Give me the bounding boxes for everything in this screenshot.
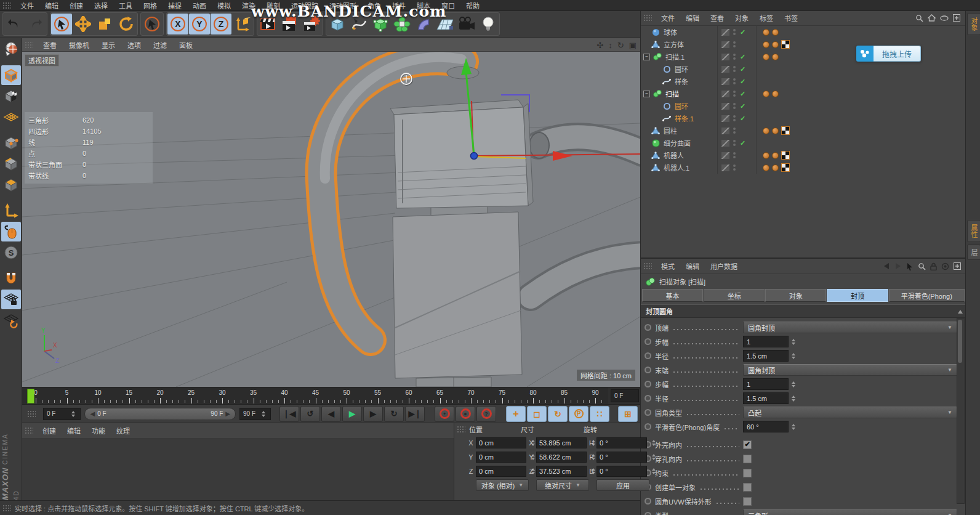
layout-tab-属性[interactable]: 属性 [967,220,980,242]
rotate-button[interactable] [116,14,137,34]
coord-mode-dropdown[interactable]: 绝对尺寸▼ [536,479,589,491]
menu-object-manager-编辑[interactable]: 编辑 [680,12,705,24]
number-stepper[interactable] [790,392,797,404]
enabled-check[interactable]: ✓ [740,102,749,110]
undo-button[interactable] [4,14,25,34]
anim-dot-icon[interactable] [645,395,651,402]
object-row-样条.1[interactable]: 样条.1✓ [641,112,965,124]
visibility-dots[interactable] [732,29,737,35]
points-mode-button[interactable] [1,133,21,153]
viewport-menu-grip[interactable] [25,41,33,49]
attr-dropdown-类型[interactable]: 三角形▼ [743,509,957,515]
search-icon[interactable] [915,14,923,22]
attr-dropdown-顶端[interactable]: 圆角封顶▼ [743,322,957,333]
phong-tag-icon[interactable] [772,164,779,171]
preview-range-slider[interactable]: ◀ 0 F 90 F ▶ [84,408,236,420]
attr-checkbox-约束[interactable] [743,469,752,477]
menu-object-manager-文件[interactable]: 文件 [656,12,680,24]
coordinate-system-button[interactable] [232,14,253,34]
redo-button[interactable] [25,14,46,34]
coord-field-Y0[interactable]: 0 cm [476,452,526,463]
layer-toggle[interactable] [721,41,729,48]
scale-key-button[interactable]: ◻ [527,406,547,422]
menu-viewport-查看[interactable]: 查看 [37,39,63,51]
3d-scene[interactable]: Y Z X [22,52,640,387]
layout-tab-对象[interactable]: 对象 [967,13,980,35]
last-selection-button[interactable] [142,14,163,34]
menu-material-manager-编辑[interactable]: 编辑 [62,424,86,437]
number-stepper[interactable] [790,350,797,362]
live-selection-button[interactable] [51,14,72,34]
coord-field-B2[interactable]: 0 ° [596,466,647,477]
phong-tag-icon[interactable] [763,41,769,48]
viewport-solo-button[interactable] [1,222,21,241]
enabled-check[interactable]: ✓ [740,139,749,147]
menu-attribute-manager-模式[interactable]: 模式 [656,260,680,272]
attr-checkbox-圆角UVW保持外形[interactable] [743,497,752,506]
baidu-upload-overlay[interactable]: 拖拽上传 [856,46,921,62]
layout-tab-层[interactable]: 层 [967,245,980,260]
layer-toggle[interactable] [721,103,729,110]
layer-toggle[interactable] [721,164,729,171]
pick-icon[interactable] [906,262,914,270]
menubar-grip[interactable] [2,2,11,9]
range-start-handle[interactable]: ◀ [90,410,95,417]
lock-y-button[interactable]: Y [189,14,210,34]
menu-viewport-过滤[interactable]: 过滤 [147,39,173,51]
maximize-view-icon[interactable]: ▣ [629,41,637,50]
phong-tag-icon[interactable] [772,128,779,134]
enabled-check[interactable]: ✓ [740,28,749,36]
texture-tag-icon[interactable] [781,151,790,160]
attr-input-半径[interactable]: 1.5 cm [743,350,789,362]
autokeying-button[interactable]: ● [456,406,475,422]
texture-tag-icon[interactable] [781,163,790,172]
coord-field-X0[interactable]: 0 cm [476,437,526,448]
back-icon[interactable] [883,262,890,270]
scale-button[interactable] [94,14,115,34]
move-button[interactable] [73,14,94,34]
viewport-name-label[interactable]: 透视视图 [25,54,59,67]
phong-tag-icon[interactable] [772,152,779,159]
visibility-dots[interactable] [732,54,737,60]
coord-field-H2[interactable]: 0 ° [596,437,647,448]
texture-tag-icon[interactable] [781,40,790,49]
model-mode-button[interactable] [1,65,21,85]
texture-tag-icon[interactable] [781,126,790,135]
object-manager-grip[interactable] [643,14,652,22]
timeline-frame-field[interactable]: 0 F [611,389,639,402]
layer-toggle[interactable] [721,78,729,85]
layer-toggle[interactable] [721,29,729,36]
menu-main-模拟[interactable]: 模拟 [212,0,236,12]
scroll-up-arrow[interactable] [958,310,963,314]
transport-grip[interactable] [27,410,36,418]
timeline-ruler[interactable]: 051015202530354045505560657075808590 [22,387,608,404]
visibility-dots[interactable] [732,164,737,171]
menu-viewport-面板[interactable]: 面板 [173,39,199,51]
anim-dot-icon[interactable] [645,423,651,430]
home-icon[interactable] [928,14,936,22]
end-frame-stepper[interactable] [260,408,267,420]
menu-material-manager-纹理[interactable]: 纹理 [111,424,135,437]
menu-main-创建[interactable]: 创建 [64,0,89,12]
coordinates-grip[interactable] [457,426,465,433]
layer-toggle[interactable] [721,128,729,134]
attr-input-半径[interactable]: 1.5 cm [743,392,789,404]
menu-main-捕捉[interactable]: 捕捉 [163,0,187,12]
tab-对象[interactable]: 对象 [765,289,826,302]
object-row-机器人.1[interactable]: 机器人.1 [641,161,965,174]
attr-dropdown-圆角类型[interactable]: 凸起▼ [743,407,957,418]
phong-tag-icon[interactable] [772,41,779,48]
tab-平滑着色(Phong)[interactable]: 平滑着色(Phong) [889,289,965,302]
frame-stepper[interactable] [70,408,77,420]
snap-settings-button[interactable]: S [1,243,21,262]
point-level-animation-button[interactable]: ∷ [590,406,609,422]
goto-end-button[interactable]: ▶❘ [405,406,425,422]
enable-snap-button[interactable] [1,269,21,288]
coord-field-P2[interactable]: 0 ° [596,452,647,463]
current-frame-field[interactable]: 0 F [43,408,81,420]
attr-input-步幅[interactable]: 1 [743,336,789,347]
keyframe-presets-button[interactable]: ⊞ [618,406,638,422]
anim-dot-icon[interactable] [645,324,651,331]
menu-main-帮助[interactable]: 帮助 [460,0,485,12]
polygons-mode-button[interactable] [1,175,21,195]
